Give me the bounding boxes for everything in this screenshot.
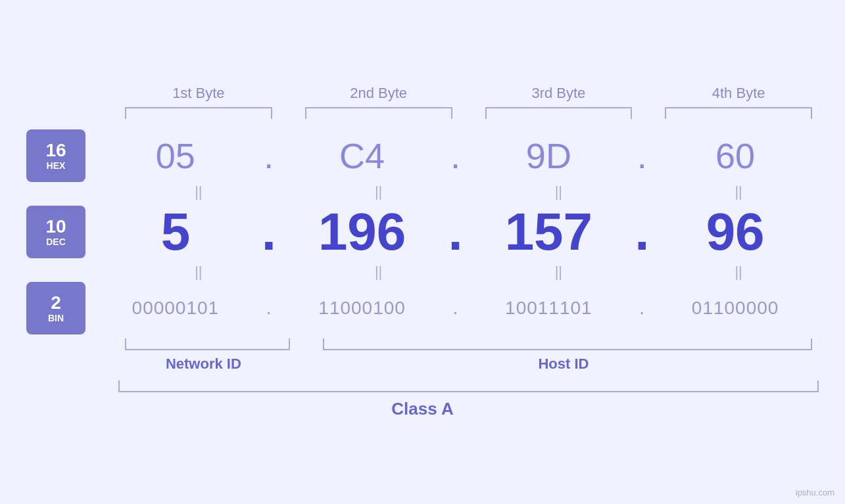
eq-1: ||	[118, 185, 279, 199]
dec-cell-4: 96	[652, 202, 819, 262]
bin-val-2: 11000100	[318, 298, 406, 318]
eq-2: ||	[299, 185, 459, 199]
bracket-top-2	[305, 107, 452, 119]
top-brackets	[26, 107, 819, 119]
host-bracket	[323, 338, 812, 350]
hex-row: 16 HEX 05 . C4 . 9D . 60	[26, 129, 819, 182]
dec-cell-3: 157	[466, 202, 633, 262]
class-label-row: Class A	[26, 399, 819, 419]
dec-val-4: 96	[706, 202, 765, 261]
dec-dot-3: .	[632, 202, 652, 262]
eq-3: ||	[479, 185, 639, 199]
hex-badge-number: 16	[45, 141, 66, 161]
dec-cell-2: 196	[279, 202, 446, 262]
bin-cell-3: 10011101	[466, 298, 633, 319]
bin-val-4: 01100000	[692, 298, 779, 318]
bin-cell-2: 11000100	[279, 298, 446, 319]
class-bracket-row	[26, 380, 819, 392]
hex-val-2: C4	[339, 136, 385, 175]
hex-dot-3: .	[632, 135, 652, 176]
dec-cell-1: 5	[92, 202, 259, 262]
hex-cell-4: 60	[652, 135, 819, 176]
bin-val-1: 00000101	[132, 298, 220, 318]
eq2-3: ||	[479, 265, 639, 279]
byte-label-4: 4th Byte	[658, 85, 819, 102]
hex-val-4: 60	[715, 136, 755, 175]
eq-4: ||	[658, 185, 819, 199]
bin-badge-number: 2	[51, 293, 61, 313]
dec-val-3: 157	[505, 202, 592, 261]
dec-badge: 10 DEC	[26, 206, 85, 258]
dec-row: 10 DEC 5 . 196 . 157 . 96	[26, 202, 819, 262]
eq2-4: ||	[658, 265, 819, 279]
dec-val-1: 5	[161, 202, 191, 261]
bracket-top-1	[125, 107, 272, 119]
hex-cell-2: C4	[279, 135, 446, 176]
dec-val-2: 196	[318, 202, 406, 261]
byte-labels-row: 1st Byte 2nd Byte 3rd Byte 4th Byte	[26, 85, 819, 102]
bin-row: 2 BIN 00000101 . 11000100 . 10011101 . 0…	[26, 282, 819, 334]
watermark: ipshu.com	[796, 488, 834, 497]
hex-badge: 16 HEX	[26, 129, 85, 182]
hex-dot-1: .	[259, 135, 279, 176]
bin-cell-4: 01100000	[652, 298, 819, 319]
bin-dot-2: .	[446, 298, 466, 319]
hex-badge-label: HEX	[47, 160, 66, 171]
dec-dot-2: .	[446, 202, 466, 262]
dec-values: 5 . 196 . 157 . 96	[92, 202, 819, 262]
dec-badge-number: 10	[45, 217, 66, 237]
hex-cell-1: 05	[92, 135, 259, 176]
hex-val-3: 9D	[526, 136, 571, 175]
equals-row-1: || || || ||	[26, 185, 819, 199]
bin-dot-3: .	[632, 298, 652, 319]
bin-val-3: 10011101	[505, 298, 592, 318]
byte-label-3: 3rd Byte	[479, 85, 639, 102]
bin-badge-label: BIN	[48, 313, 64, 323]
network-bracket	[125, 338, 290, 350]
hex-cell-3: 9D	[466, 135, 633, 176]
host-id-label: Host ID	[308, 355, 819, 373]
bin-badge: 2 BIN	[26, 282, 85, 334]
bracket-top-3	[485, 107, 633, 119]
bin-dot-1: .	[259, 298, 279, 319]
bin-cell-1: 00000101	[92, 298, 259, 319]
dec-dot-1: .	[259, 202, 279, 262]
byte-label-1: 1st Byte	[118, 85, 279, 102]
main-container: 1st Byte 2nd Byte 3rd Byte 4th Byte 16 H…	[0, 0, 845, 504]
eq2-2: ||	[299, 265, 459, 279]
id-labels-row: Network ID Host ID	[26, 355, 819, 373]
class-label: Class A	[391, 399, 453, 419]
network-id-label: Network ID	[118, 355, 289, 373]
hex-dot-2: .	[446, 135, 466, 176]
hex-val-1: 05	[156, 136, 195, 175]
bracket-top-4	[665, 107, 812, 119]
equals-row-2: || || || ||	[26, 265, 819, 279]
hex-values: 05 . C4 . 9D . 60	[92, 135, 819, 176]
bottom-brackets-row	[26, 338, 819, 350]
bin-values: 00000101 . 11000100 . 10011101 . 0110000…	[92, 298, 819, 319]
eq2-1: ||	[118, 265, 279, 279]
dec-badge-label: DEC	[46, 237, 66, 247]
byte-label-2: 2nd Byte	[299, 85, 459, 102]
class-bracket	[118, 380, 819, 392]
